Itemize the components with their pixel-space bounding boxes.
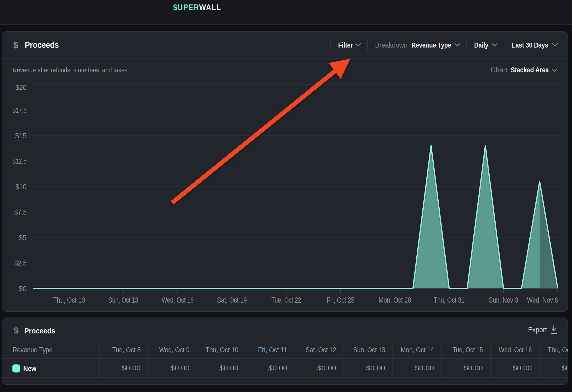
svg-text:$17.5: $17.5 [13,106,27,114]
svg-text:Filter: Filter [338,41,353,49]
svg-text:$0.00: $0.00 [464,364,483,372]
svg-text:Wed, Oct 16: Wed, Oct 16 [499,346,532,354]
svg-text:Tue, Oct 22: Tue, Oct 22 [271,296,301,304]
svg-text:Chart: Chart [491,66,507,74]
svg-text:Thu, Oct 10: Thu, Oct 10 [206,346,239,354]
svg-text:Mon, Oct 28: Mon, Oct 28 [379,296,411,304]
svg-text:New: New [23,365,37,373]
svg-text:Sun, Oct 13: Sun, Oct 13 [109,296,138,304]
svg-text:$: $ [14,325,19,335]
svg-text:Breakdown: Breakdown [375,41,407,49]
svg-text:$0.00: $0.00 [415,364,434,372]
svg-text:$0.00: $0.00 [219,364,239,372]
svg-text:Thu, Oct 17: Thu, Oct 17 [548,346,572,354]
svg-text:$0.00: $0.00 [268,364,287,372]
svg-text:Revenue Type: Revenue Type [411,41,451,49]
svg-text:$0.00: $0.00 [122,364,141,372]
svg-text:Sun, Oct 13: Sun, Oct 13 [353,346,385,354]
svg-text:Fri, Oct 11: Fri, Oct 11 [258,346,287,354]
svg-text:Last 30 Days: Last 30 Days [512,41,548,49]
svg-text:Stacked Area: Stacked Area [511,66,549,74]
svg-text:Revenue Type: Revenue Type [13,346,53,354]
svg-text:$12.5: $12.5 [13,157,27,165]
svg-text:$0.00: $0.00 [171,364,190,372]
svg-text:Sun, Nov 3: Sun, Nov 3 [489,296,518,304]
svg-text:$0.00: $0.00 [513,364,532,372]
svg-text:$2.5: $2.5 [14,259,27,267]
svg-text:Wed, Oct 9: Wed, Oct 9 [159,346,190,354]
svg-text:Export: Export [528,326,547,334]
svg-text:Daily: Daily [474,41,488,49]
svg-text:Wed, Oct 16: Wed, Oct 16 [162,296,194,304]
svg-text:$15: $15 [15,132,27,140]
svg-text:Tue, Oct 8: Tue, Oct 8 [112,346,141,354]
svg-text:$10: $10 [15,183,27,191]
svg-text:Sat, Oct 12: Sat, Oct 12 [306,346,336,354]
svg-text:$: $ [13,40,18,50]
svg-text:Thu, Oct 31: Thu, Oct 31 [434,296,465,304]
svg-text:Revenue after refunds, store f: Revenue after refunds, store fees, and t… [13,66,127,74]
svg-text:Tue, Oct 15: Tue, Oct 15 [452,346,483,354]
svg-text:$0.00: $0.00 [562,364,572,372]
svg-text:Proceeds: Proceeds [24,327,55,335]
svg-text:Proceeds: Proceeds [25,40,59,50]
svg-text:Wed, Nov 6: Wed, Nov 6 [527,296,558,304]
svg-text:$5: $5 [19,234,27,242]
svg-text:Fri, Oct 25: Fri, Oct 25 [327,296,354,304]
svg-text:$20: $20 [15,83,27,91]
svg-text:Mon, Oct 14: Mon, Oct 14 [401,346,434,354]
svg-text:$0.00: $0.00 [317,364,336,372]
svg-text:$UPERWALL: $UPERWALL [173,3,221,12]
svg-text:$0.00: $0.00 [366,364,385,372]
svg-text:Sat, Oct 19: Sat, Oct 19 [217,296,247,304]
svg-text:$7.5: $7.5 [14,208,27,216]
svg-text:Thu, Oct 10: Thu, Oct 10 [53,296,85,304]
svg-text:$0: $0 [19,285,27,293]
